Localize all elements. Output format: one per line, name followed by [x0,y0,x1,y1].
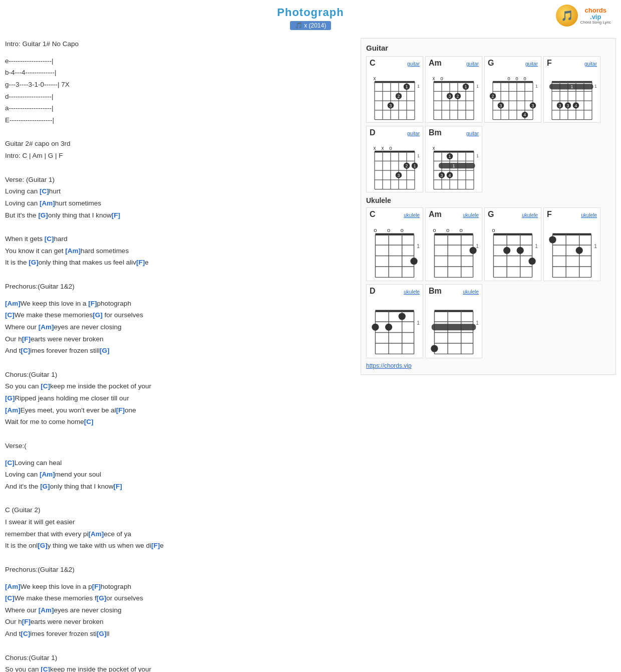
svg-text:1fr: 1fr [476,320,479,326]
svg-text:2: 2 [457,94,459,99]
chorus2-section: Chorus:(Guitar 1) So you can [C]keep me … [5,647,353,672]
chord-card-uke-c[interactable]: C ukulele o [366,207,423,281]
chord-card-guitar-c[interactable]: C guitar [366,56,423,123]
chord-am-7[interactable]: [Am] [89,530,104,538]
svg-text:3: 3 [398,173,400,178]
svg-point-175 [549,236,556,243]
chorus1-line1: So you can [C]keep me inside the pocket … [5,380,353,392]
svg-point-176 [576,247,583,254]
verse1b-line2: You know it can get [Am]hard sometimes [5,245,353,257]
guitar2-line0: C (Guitar 2) [5,504,353,516]
chord-g-7[interactable]: [G] [38,542,48,549]
svg-rect-115 [439,163,475,168]
svg-text:1: 1 [414,163,416,168]
page-title: Photograph [0,6,621,19]
verse1-line1: Loving can [C]hurt [5,185,353,197]
chord-c-9[interactable]: [C] [21,630,31,637]
chord-am-1[interactable]: [Am] [40,199,55,207]
chord-card-guitar-bm[interactable]: Bm guitar [425,126,482,192]
verse1b-section: When it gets [C]hard You know it can get… [5,228,353,269]
prechorus2-line4: Our h[F]earts were never broken [5,616,353,628]
chord-card-uke-g[interactable]: G ukulele o [484,207,541,281]
svg-text:4: 4 [524,112,526,117]
fret-diagram-guitar-f: 1 3 3 4 1fr [547,69,597,130]
svg-text:o: o [389,145,392,151]
svg-text:3: 3 [449,94,451,99]
intro-chords-label: Intro: C | Am | G | F [5,150,353,162]
svg-text:1: 1 [453,163,455,168]
chord-am-4[interactable]: [Am] [39,323,54,331]
chord-c-2[interactable]: [C] [45,235,54,243]
prechorus1-line4: Our h[F]earts were never broken [5,333,353,345]
logo-icon: 🎵 [556,5,578,27]
svg-text:o: o [433,227,436,233]
chorus1-label: Chorus:(Guitar 1) [5,369,353,381]
chord-f-3[interactable]: [F] [88,300,97,307]
chord-card-uke-bm[interactable]: Bm ukulele [425,284,482,358]
chord-c-7[interactable]: [C] [5,459,15,467]
prechorus2-line3: Where our [Am]eyes are never closing [5,604,353,616]
chord-card-uke-am[interactable]: Am ukulele [425,207,482,281]
chord-am-2[interactable]: [Am] [65,247,81,255]
chord-g-9[interactable]: [G] [97,630,107,637]
chord-f-4[interactable]: [F] [22,335,31,343]
prechorus2-line1: [Am]We keep this love in a p[F]hotograph [5,581,353,593]
chord-g-5[interactable]: [G] [5,394,15,402]
chord-g-6[interactable]: [G] [40,483,50,490]
intro-label: Intro: Guitar 1# No Capo [5,38,353,50]
chord-f-9[interactable]: [F] [22,618,31,625]
chord-g-2[interactable]: [G] [29,259,39,266]
svg-text:2: 2 [406,163,408,168]
chord-g-8[interactable]: [G] [97,594,107,602]
fret-diagram-guitar-d: x x o 1 2 3 1fr [370,138,420,200]
guitar2-section: C (Guitar 2) I swear it will get easier … [5,499,353,552]
chord-card-guitar-f[interactable]: F guitar [543,56,600,123]
chord-card-guitar-g[interactable]: G guitar [484,56,541,123]
logo: 🎵 chords .vip Chord Song Lyric [551,3,611,28]
chord-c-10[interactable]: [C] [41,665,50,672]
svg-point-187 [372,324,379,331]
album-badge[interactable]: x (2014) [290,21,331,30]
svg-text:3: 3 [559,103,561,108]
svg-text:o: o [446,227,449,233]
chord-c-4[interactable]: [C] [21,347,31,354]
chord-g-4[interactable]: [G] [100,347,110,354]
fret-diagram-uke-bm: 1fr [429,297,479,365]
chord-card-guitar-am[interactable]: Am guitar [425,56,482,123]
chord-f-6[interactable]: [F] [113,483,122,490]
chord-card-uke-f[interactable]: F ukulele [543,207,600,281]
chord-am-5[interactable]: [Am] [5,406,21,414]
chord-g-1[interactable]: [G] [38,211,48,219]
verse1-line2: Loving can [Am]hurt sometimes [5,197,353,209]
chorus1-line3: [Am]Eyes meet, you won't ever be al[F]on… [5,404,353,416]
verse2-line3: And it's the [G]only thing that I know[F… [5,481,353,493]
fret-diagram-guitar-am: x o 1 2 3 1fr [429,69,479,130]
chord-card-guitar-d[interactable]: D guitar [366,126,423,192]
chord-f-7[interactable]: [F] [151,542,160,549]
chord-c-3[interactable]: [C] [5,311,15,319]
chord-am-6[interactable]: [Am] [40,471,55,478]
chord-am-9[interactable]: [Am] [39,606,54,614]
svg-text:o: o [374,227,377,233]
prechorus1-line5: And t[C]imes forever frozen still[G] [5,345,353,357]
chord-f-2[interactable]: [F] [136,259,145,266]
chord-am-8[interactable]: [Am] [5,583,21,590]
verse2-label: Verse:( [5,440,353,452]
chords-panel: Guitar C guitar [361,38,616,375]
guitar2-line1: I swear it will get easier [5,516,353,528]
chord-am-3[interactable]: [Am] [5,300,21,307]
chord-c-6[interactable]: [C] [84,418,94,425]
chord-g-3[interactable]: [G] [93,311,103,319]
chord-c-5[interactable]: [C] [41,382,50,390]
svg-text:4: 4 [449,173,451,178]
chord-f-1[interactable]: [F] [112,211,120,219]
chord-f-8[interactable]: [F] [92,583,101,590]
svg-point-136 [410,258,417,265]
main-content: Intro: Guitar 1# No Capo e--------------… [0,33,621,672]
chord-card-uke-d[interactable]: D ukulele [366,284,423,358]
chord-f-5[interactable]: [F] [116,406,125,414]
svg-text:1fr: 1fr [476,84,479,89]
chord-c-8[interactable]: [C] [5,594,15,602]
verse2-line1: [C]Loving can heal [5,457,353,469]
chord-c-1[interactable]: [C] [40,187,49,195]
